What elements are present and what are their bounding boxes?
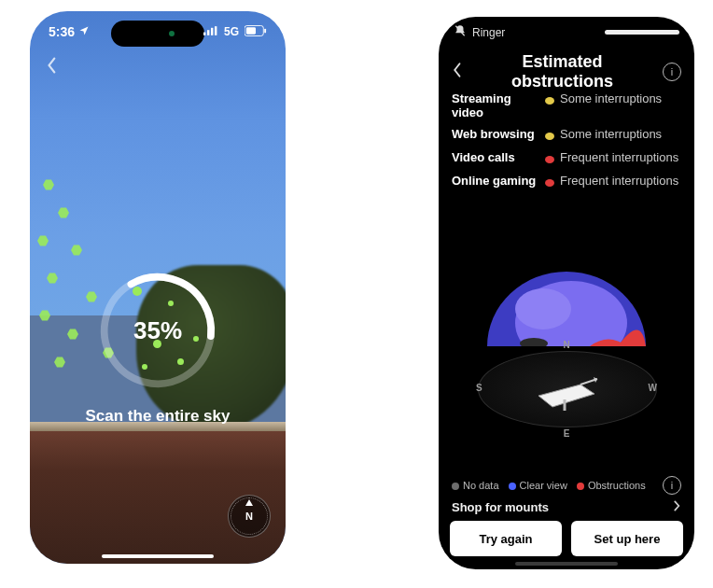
chevron-right-icon [672, 499, 681, 515]
satellite-marker [58, 207, 69, 218]
compass-plate: N E S W [478, 342, 655, 435]
battery-icon [245, 25, 267, 39]
svg-marker-12 [538, 385, 594, 407]
sky-dome-visualization: N E S W [439, 258, 694, 435]
satellite-marker [43, 179, 54, 190]
metric-value: Frequent interruptions [560, 150, 681, 166]
ringer-label: Ringer [472, 26, 505, 39]
phone-obstruction-results: Ringer Estimated obstructions i Streamin… [439, 17, 694, 569]
metric-label: Online gaming [452, 174, 545, 188]
compass-needle-icon [245, 499, 253, 506]
legend-swatch [577, 483, 584, 490]
legend-label: Clear view [520, 480, 567, 491]
svg-rect-6 [264, 28, 266, 33]
metric-label: Video calls [452, 150, 545, 164]
compass-s: S [476, 383, 482, 393]
satellite-marker [37, 235, 49, 246]
dome-icon [478, 258, 655, 351]
svg-rect-1 [207, 30, 209, 35]
volume-indicator [605, 30, 679, 35]
metric-value: Frequent interruptions [560, 174, 681, 189]
scan-progress-value: 35% [96, 269, 219, 392]
status-dot [545, 156, 554, 163]
satellite-marker [71, 245, 82, 256]
page-title: Estimated obstructions [471, 52, 653, 91]
signal-icon [203, 25, 218, 38]
metric-row: Streaming video Some interruptions [452, 88, 681, 123]
set-up-here-label: Set up here [594, 532, 661, 546]
back-button[interactable] [45, 56, 58, 78]
home-indicator[interactable] [102, 554, 214, 558]
metric-value: Some interruptions [560, 91, 681, 107]
compass-widget: N [228, 495, 271, 538]
dish-icon [534, 377, 599, 414]
status-bar: 5:36 5G [30, 24, 286, 39]
status-dot [545, 133, 554, 140]
svg-point-10 [515, 288, 571, 329]
status-dot [545, 97, 554, 105]
legend-swatch [509, 483, 516, 490]
scan-progress-ring: 35% [96, 269, 219, 392]
back-button[interactable] [452, 62, 462, 82]
svg-rect-5 [246, 27, 256, 34]
status-dot [545, 179, 554, 187]
metric-label: Streaming video [452, 91, 545, 119]
status-time: 5:36 [49, 24, 75, 39]
svg-rect-2 [211, 28, 213, 35]
svg-rect-3 [215, 26, 217, 35]
scan-instruction: Scan the entire sky [30, 407, 286, 426]
phone-sky-scan: 5:36 5G 35% Scan the entire sky [30, 11, 286, 564]
metric-value: Some interruptions [560, 127, 681, 143]
location-icon [78, 24, 90, 39]
compass-e: E [564, 428, 570, 439]
satellite-marker [47, 273, 58, 284]
shop-mounts-label: Shop for mounts [452, 500, 549, 514]
compass-w: W [649, 383, 657, 393]
metric-row: Video calls Frequent interruptions [452, 147, 681, 170]
legend-label: No data [463, 480, 499, 491]
metric-row: Web browsing Some interruptions [452, 123, 681, 147]
legend-swatch [452, 483, 459, 490]
network-label: 5G [224, 25, 239, 38]
obstruction-metrics: Streaming video Some interruptions Web b… [452, 88, 681, 193]
svg-rect-0 [203, 33, 205, 35]
status-bar: Ringer [439, 24, 694, 40]
metric-label: Web browsing [452, 127, 545, 141]
set-up-here-button[interactable]: Set up here [571, 521, 683, 556]
legend: No data Clear view Obstructions i [452, 476, 681, 495]
home-indicator[interactable] [515, 562, 618, 566]
legend-info-button[interactable]: i [663, 476, 681, 495]
try-again-button[interactable]: Try again [450, 521, 562, 556]
info-button[interactable]: i [663, 63, 681, 81]
legend-label: Obstructions [588, 480, 646, 491]
metric-row: Online gaming Frequent interruptions [452, 170, 681, 193]
try-again-label: Try again [479, 532, 532, 546]
compass-n: N [563, 340, 569, 350]
ringer-icon [454, 24, 467, 40]
shop-mounts-row[interactable]: Shop for mounts [452, 499, 681, 515]
